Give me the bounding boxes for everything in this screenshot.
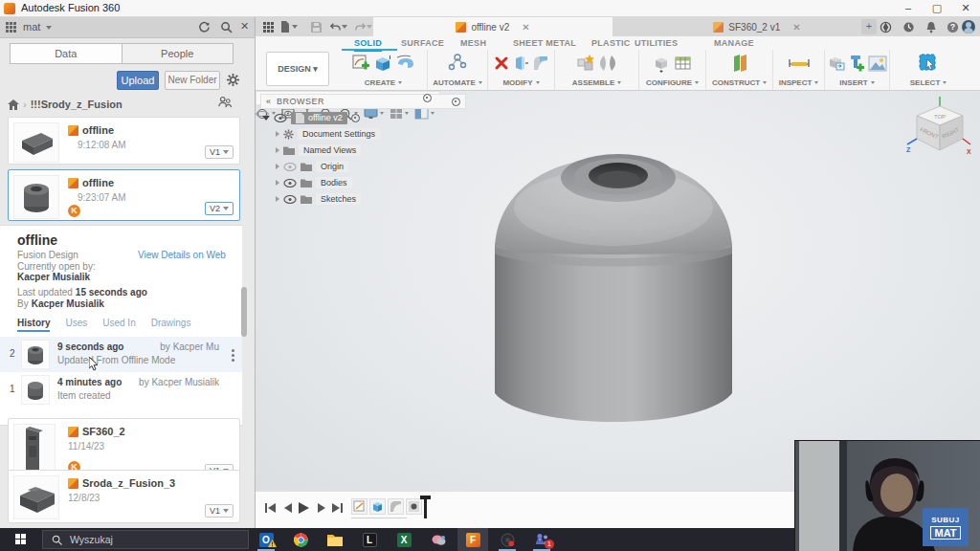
group-label[interactable]: INSERT [839,78,867,87]
revolve-icon[interactable] [395,55,416,72]
configure-box-icon[interactable] [653,55,671,73]
root-document-chip[interactable]: offline v2 [291,112,347,124]
browser-item-sketches[interactable]: Sketches [276,191,466,207]
notifications-bell-icon[interactable] [925,21,937,33]
timeline-go-end-button[interactable] [330,500,345,516]
delete-icon[interactable] [494,55,509,71]
group-label[interactable]: INSPECT [779,78,813,87]
minimize-button[interactable]: – [894,0,923,17]
group-label[interactable]: CONFIGURE [646,78,692,87]
extensions-icon[interactable] [880,21,892,33]
job-status-clock-icon[interactable] [902,21,915,33]
file-menu-icon[interactable] [280,19,298,34]
ribbon-tab-utilities[interactable]: UTILITIES [635,38,678,48]
redo-icon[interactable] [355,19,372,34]
timeline-feature-extrude[interactable] [369,498,386,515]
visibility-eye-icon[interactable] [283,179,297,187]
insert-fastener-icon[interactable] [848,54,865,73]
home-icon[interactable] [8,99,19,110]
ribbon-tab-sheet-metal[interactable]: SHEET METAL [513,38,576,48]
scrollbar-thumb[interactable] [241,287,247,337]
file-card-offline-v1[interactable]: offline 9:12:08 AM V1 [8,117,240,165]
tab-offline-v2[interactable]: offline v2 ✕ [373,17,612,36]
timeline-step-back-button[interactable] [280,500,295,516]
history-row[interactable]: 2 9 seconds ago Updated From Offline Mod… [0,337,242,372]
timeline-play-button[interactable] [297,500,311,516]
ribbon-tab-manage[interactable]: MANAGE [714,38,754,48]
group-label[interactable]: AUTOMATE [433,78,476,87]
shell-icon[interactable] [512,55,529,72]
taskbar-file-explorer[interactable] [320,528,350,551]
timeline-step-forward-button[interactable] [314,500,328,516]
undo-icon[interactable] [330,19,347,34]
construct-plane-icon[interactable] [729,54,750,73]
insert-image-icon[interactable] [868,55,887,72]
design-workspace-dropdown[interactable]: DESIGN ▾ [266,52,329,86]
close-button[interactable]: ✕ [951,0,980,17]
ribbon-tab-mesh[interactable]: MESH [460,38,486,48]
timeline-feature-fillet[interactable] [388,498,404,515]
view-details-link[interactable]: View Details on Web [138,250,226,260]
new-tab-button[interactable]: + [861,19,877,34]
tab-data[interactable]: Data [10,43,122,64]
taskbar-teams[interactable]: T 1 [526,528,557,551]
taskbar-fusion360[interactable]: F [457,528,488,551]
joint-icon[interactable] [598,54,617,73]
new-component-icon[interactable] [576,54,595,73]
panel-options-icon[interactable] [452,98,460,106]
gear-icon[interactable] [226,73,240,87]
select-icon[interactable] [918,53,939,74]
upload-button[interactable]: Upload [117,71,159,90]
tab-sf360-v1[interactable]: SF360_2 v1 ✕ [657,17,858,36]
taskbar-outlook[interactable]: O [251,528,281,551]
tab-close-icon[interactable]: ✕ [792,22,800,33]
help-icon[interactable]: ? [947,21,959,33]
visibility-eye-icon-hidden[interactable] [283,163,297,171]
people-share-icon[interactable] [218,96,233,109]
taskbar-capture-app[interactable]: L [354,528,385,551]
viewcube[interactable]: TOP FRONT RIGHT Z X [903,95,972,160]
browser-item-bodies[interactable]: Bodies [276,175,466,190]
user-avatar[interactable] [962,20,975,33]
group-label[interactable]: SELECT [910,78,941,87]
tab-used-in[interactable]: Used In [102,318,135,332]
automate-icon[interactable] [447,53,468,74]
expand-icon[interactable] [276,180,279,186]
file-card-offline-v2[interactable]: offline 9:23:07 AM K V2 [8,169,240,221]
tab-people[interactable]: People [122,43,234,64]
extrude-icon[interactable] [373,54,392,73]
fillet-icon[interactable] [532,55,549,72]
version-dropdown[interactable]: V1 [205,145,234,159]
history-menu-icon[interactable] [232,349,234,352]
expand-icon[interactable] [276,131,279,137]
version-dropdown[interactable]: V1 [205,504,234,518]
measure-icon[interactable] [788,55,811,71]
tab-uses[interactable]: Uses [65,318,87,332]
browser-item-origin[interactable]: Origin [276,159,466,174]
visibility-eye-icon[interactable] [283,195,297,204]
comments-options-icon[interactable] [423,94,432,102]
visibility-eye-icon[interactable] [274,114,287,122]
tab-drawings[interactable]: Drawings [151,318,191,332]
taskbar-recorder[interactable] [492,528,523,551]
group-label[interactable]: ASSEMBLE [572,78,614,87]
expand-icon[interactable] [262,116,270,121]
version-dropdown[interactable]: V2 [205,202,234,215]
insert-derive-icon[interactable] [828,55,845,72]
grid-icon[interactable] [6,22,16,33]
project-selector[interactable]: mat [23,21,40,33]
create-sketch-icon[interactable] [351,54,370,73]
file-card-sroda[interactable]: Sroda_z_Fusion_3 12/8/23 V1 [8,470,240,523]
model-3d-cylinder[interactable] [493,146,734,452]
maximize-button[interactable]: ▢ [923,0,951,17]
timeline-feature-hole[interactable] [406,498,422,515]
taskbar-search-box[interactable]: Wyszukaj [42,530,249,549]
ribbon-tab-surface[interactable]: SURFACE [401,38,444,48]
group-label[interactable]: CREATE [365,78,395,87]
configuration-table-icon[interactable] [674,55,693,73]
taskbar-excel[interactable]: X [389,528,419,551]
browser-item-document-settings[interactable]: Document Settings [276,126,466,142]
activate-component-icon[interactable] [351,114,360,122]
start-button[interactable] [0,528,42,551]
ribbon-tab-plastic[interactable]: PLASTIC [591,38,631,48]
